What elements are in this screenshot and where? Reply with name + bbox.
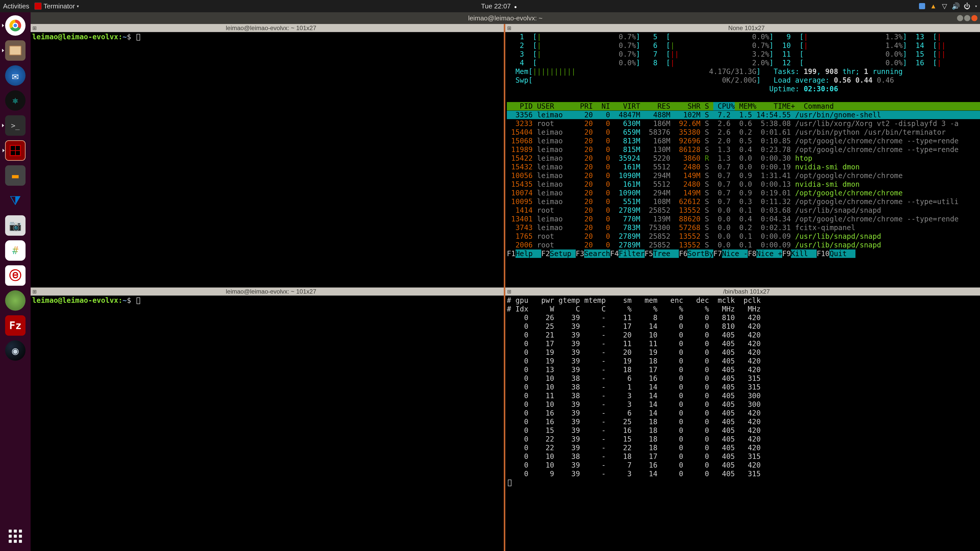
htop-output[interactable]: 1 [| 0.7%] 5 [ 0.0%] 9 [| 1.3%] 13 [| 1.…: [505, 32, 980, 287]
pane-title[interactable]: ⊞None 101x27: [505, 24, 980, 32]
gnome-topbar: Activities Terminator ▾ Tue 22:07 ● ▲ ▽ …: [0, 0, 980, 12]
launcher-pdf[interactable]: ⓔ: [5, 265, 25, 286]
cursor-icon: [137, 34, 140, 41]
pane-menu-icon[interactable]: ⊞: [32, 25, 37, 31]
clock[interactable]: Tue 22:07 ●: [79, 2, 919, 10]
window-maximize-button[interactable]: [964, 15, 970, 21]
status-icon-1[interactable]: [919, 3, 925, 9]
launcher-filezilla[interactable]: Fz: [5, 315, 25, 336]
launcher-screenshot[interactable]: 📷: [5, 215, 25, 236]
app-menu-label: Terminator: [44, 2, 75, 10]
launcher-terminator[interactable]: [5, 140, 25, 161]
pane-bottom-right[interactable]: ⊞/bin/bash 101x27 # gpu pwr gtemp mtemp …: [505, 287, 980, 551]
notification-dot-icon: ●: [514, 4, 517, 10]
window-titlebar[interactable]: leimao@leimao-evolvx: ~: [30, 12, 980, 24]
activities-button[interactable]: Activities: [3, 2, 29, 10]
chevron-down-icon[interactable]: ▾: [975, 4, 977, 8]
app-menu[interactable]: Terminator ▾: [35, 2, 79, 10]
pane-title[interactable]: ⊞leimao@leimao-evolvx: ~ 101x27: [30, 287, 504, 295]
pane-menu-icon[interactable]: ⊞: [506, 289, 512, 295]
pane-top-left[interactable]: ⊞leimao@leimao-evolvx: ~ 101x27 leimao@l…: [30, 24, 505, 287]
launcher-chrome[interactable]: [5, 15, 25, 36]
chevron-down-icon: ▾: [77, 4, 79, 9]
network-icon[interactable]: ▽: [942, 3, 948, 9]
power-icon[interactable]: ⏻: [964, 3, 970, 9]
window-close-button[interactable]: [971, 15, 977, 21]
terminal-body[interactable]: leimao@leimao-evolvx:~$: [30, 295, 504, 551]
pane-menu-icon[interactable]: ⊞: [506, 25, 512, 31]
launcher-sublime[interactable]: ▬: [5, 165, 25, 186]
pane-menu-icon[interactable]: ⊞: [32, 289, 37, 295]
pane-bottom-left[interactable]: ⊞leimao@leimao-evolvx: ~ 101x27 leimao@l…: [30, 287, 505, 551]
launcher-dock: ✉ ⎈ >_ ▬ ⧩ 📷 # ⓔ Fz ◉: [0, 12, 30, 551]
window-title: leimao@leimao-evolvx: ~: [468, 14, 542, 22]
terminator-window: leimao@leimao-evolvx: ~ ⊞leimao@leimao-e…: [30, 12, 980, 551]
launcher-gitkraken[interactable]: ⎈: [5, 90, 25, 111]
volume-icon[interactable]: 🔊: [953, 3, 959, 9]
launcher-terminal[interactable]: >_: [5, 115, 25, 136]
cursor-icon: [137, 297, 140, 304]
window-minimize-button[interactable]: [957, 15, 963, 21]
launcher-steam[interactable]: ◉: [5, 340, 25, 361]
launcher-files[interactable]: [5, 40, 25, 61]
launcher-vscode[interactable]: ⧩: [5, 190, 25, 211]
nvidia-smi-output[interactable]: # gpu pwr gtemp mtemp sm mem enc dec mcl…: [505, 295, 980, 551]
pane-top-right[interactable]: ⊞None 101x27 1 [| 0.7%] 5 [ 0.0%] 9 [| 1…: [505, 24, 980, 287]
terminator-panes: ⊞leimao@leimao-evolvx: ~ 101x27 leimao@l…: [30, 24, 980, 551]
terminal-body[interactable]: leimao@leimao-evolvx:~$: [30, 32, 504, 287]
status-icon-flame[interactable]: ▲: [930, 3, 936, 9]
launcher-cisco[interactable]: [5, 290, 25, 311]
terminator-icon: [35, 3, 41, 10]
launcher-slack[interactable]: #: [5, 240, 25, 261]
pane-title[interactable]: ⊞/bin/bash 101x27: [505, 287, 980, 295]
pane-title[interactable]: ⊞leimao@leimao-evolvx: ~ 101x27: [30, 24, 504, 32]
launcher-thunderbird[interactable]: ✉: [5, 65, 25, 86]
show-applications-icon[interactable]: [8, 529, 23, 544]
